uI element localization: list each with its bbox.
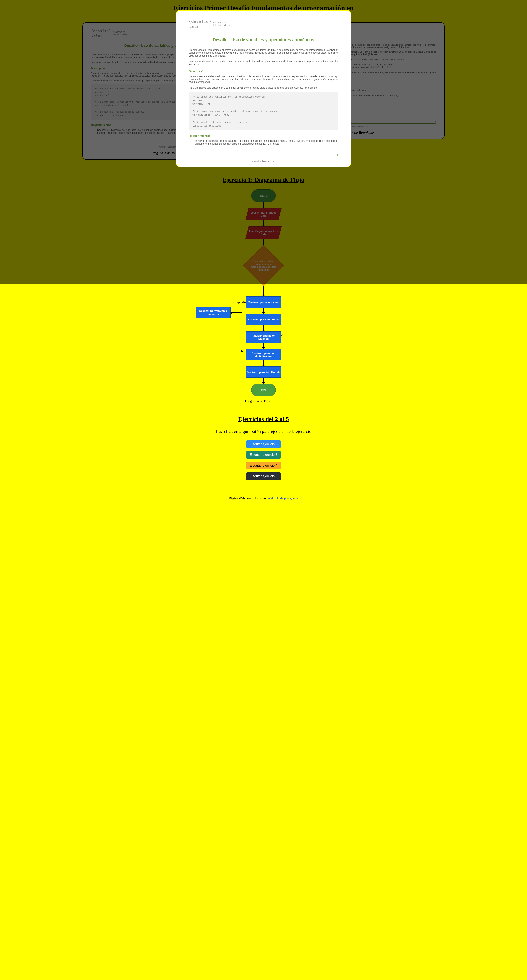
desc-p1: En tus tareas en el desarrollo web, te e…: [189, 75, 338, 84]
req-item-1: Realizar el diagrama de flujo para las s…: [195, 140, 338, 145]
footer-dash: _: [189, 153, 190, 156]
page-number: 1: [337, 153, 338, 156]
modal-footer-bar: _ 1: [189, 153, 338, 158]
req-list: Realizar el diagrama de flujo para las s…: [189, 140, 338, 145]
page-footer: Página Web desarrollada por Waldo Hidalg…: [0, 492, 527, 509]
label-no: No es posible: [231, 301, 247, 304]
ejecutar-4-button[interactable]: Ejecutar ejercicio 4: [246, 461, 281, 469]
modal-intro-2: Lee todo el documento antes de comenzar …: [189, 60, 338, 66]
modal-document: {desafío} latam_ Academia de talentos di…: [176, 10, 351, 167]
ejecutar-2-button[interactable]: Ejecutar ejercicio 2: [246, 440, 281, 448]
modal-intro-1: En este desafío validaremos nuestros con…: [189, 49, 338, 57]
buttons-group: Ejecutar ejercicio 2 Ejecutar ejercicio …: [0, 440, 527, 480]
flow-suma: Realizar operación suma: [246, 296, 281, 308]
modal-title: Desafío - Uso de variables y operadores …: [189, 37, 338, 42]
code-block: // Se crean dos variables con sus respec…: [189, 92, 338, 130]
req-heading: Requerimientos: [189, 134, 338, 137]
arrow-icon: [263, 308, 264, 314]
flow-caption: Diagrama de Flujo: [243, 399, 284, 403]
arrow-icon: [263, 378, 264, 384]
arrow-icon: [263, 360, 264, 366]
arrow-icon: [263, 286, 264, 296]
connector-line: [213, 318, 214, 351]
arrow-icon: [263, 343, 264, 349]
modal-body: En este desafío validaremos nuestros con…: [189, 49, 338, 145]
connector-line: [213, 351, 243, 352]
desc-p2: Para ello debes usar Javascript y coment…: [189, 86, 338, 89]
desc-heading: Descripción: [189, 70, 338, 73]
logo-tagline: Academia de talentos digitales: [213, 21, 230, 26]
flow-fin: FIN: [251, 384, 276, 396]
logo-brand: {desafío} latam_: [189, 19, 211, 29]
flow-conversion: Realizar Conversión a números: [196, 307, 231, 318]
modal-footer-site: www.desafiolatam.com: [189, 158, 338, 162]
ejecutar-5-button[interactable]: Ejecutar ejercicio 5: [246, 472, 281, 480]
flow-mod: Realizar operación Módulo: [246, 366, 281, 378]
flow-mult: Realizar operación Multiplicación: [246, 349, 281, 360]
flow-division: Realizar operación División: [246, 331, 281, 343]
footer-text: Página Web desarrollada por: [229, 496, 268, 500]
logo: {desafío} latam_ Academia de talentos di…: [189, 19, 338, 29]
arrow-icon: [263, 325, 264, 331]
footer-author-link[interactable]: Waldo Hidalgo Oyarce: [268, 496, 298, 500]
flow-resta: Realizar operación Resta: [246, 314, 281, 325]
connector-line: [231, 312, 242, 313]
ej25-subtitle: Haz click en algún botón para ejecutar c…: [0, 429, 527, 434]
ej25-title: Ejercicios del 2 al 5: [0, 415, 527, 423]
ejecutar-3-button[interactable]: Ejecutar ejercicio 3: [246, 451, 281, 459]
